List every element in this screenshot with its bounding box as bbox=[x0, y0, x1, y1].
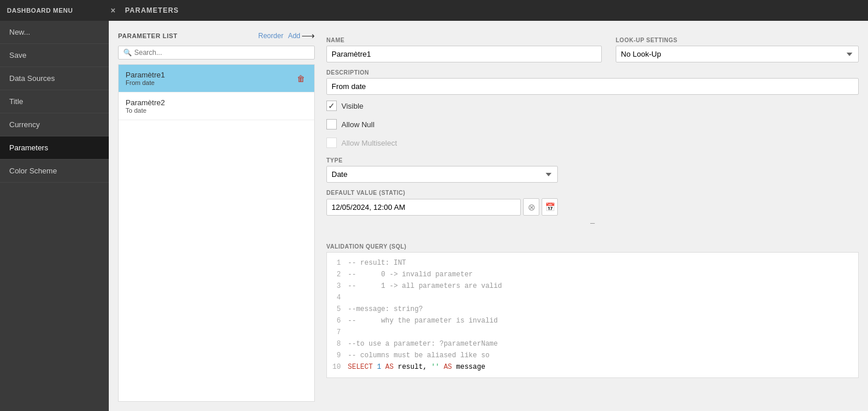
allow-multiselect-row: Allow Multiselect bbox=[326, 138, 859, 148]
parameter-form: NAME LOOK-UP SETTINGS No Look-Up Custom … bbox=[315, 30, 859, 402]
dashboard-menu-label: DASHBOARD MENU × bbox=[7, 6, 116, 15]
parameters-panel: PARAMETER LIST Reorder Add ⟶ 🔍 Paramètre… bbox=[109, 21, 868, 411]
sql-line-10: 10 SELECT 1 AS result, '' AS message bbox=[327, 361, 858, 373]
default-value-label: DEFAULT VALUE (STATIC) bbox=[326, 190, 859, 196]
datetime-row: ⊗ 📅 bbox=[326, 198, 558, 216]
sql-line-7: 7 bbox=[327, 327, 858, 338]
type-select[interactable]: Date String Integer Decimal Boolean bbox=[326, 166, 558, 183]
sql-editor[interactable]: 1 -- result: INT 2 -- 0 -> invalid param… bbox=[326, 252, 859, 378]
parameter-list-section: PARAMETER LIST Reorder Add ⟶ 🔍 Paramètre… bbox=[118, 30, 315, 402]
name-lookup-row: NAME LOOK-UP SETTINGS No Look-Up Custom … bbox=[326, 30, 859, 62]
visible-row: ✓ Visible bbox=[326, 101, 859, 111]
dash-divider: – bbox=[326, 218, 859, 227]
description-label: DESCRIPTION bbox=[326, 69, 859, 76]
sidebar-item-title[interactable]: Title bbox=[0, 90, 109, 113]
allow-multiselect-checkbox bbox=[326, 138, 337, 148]
name-label: NAME bbox=[326, 37, 602, 43]
reorder-button[interactable]: Reorder bbox=[258, 32, 283, 40]
description-input[interactable] bbox=[326, 78, 859, 95]
lookup-select[interactable]: No Look-Up Custom List Query bbox=[616, 46, 859, 62]
clear-datetime-button[interactable]: ⊗ bbox=[523, 198, 539, 216]
search-input[interactable] bbox=[134, 49, 310, 57]
sidebar: New... Save Data Sources Title Currency … bbox=[0, 21, 109, 411]
sql-line-1: 1 -- result: INT bbox=[327, 257, 858, 269]
param-item-1[interactable]: Paramètre1 From date 🗑 bbox=[119, 65, 314, 92]
search-box[interactable]: 🔍 bbox=[118, 46, 315, 60]
dashboard-menu-title: DASHBOARD MENU bbox=[7, 7, 73, 14]
sidebar-item-data-sources[interactable]: Data Sources bbox=[0, 67, 109, 90]
param-item-2-info: Paramètre2 To date bbox=[126, 98, 165, 114]
sql-line-8: 8 --to use a parameter: ?parameterName bbox=[327, 338, 858, 350]
allow-null-row: Allow Null bbox=[326, 119, 859, 129]
validation-query-section: VALIDATION QUERY (SQL) 1 -- result: INT … bbox=[326, 236, 859, 378]
page-title: PARAMETERS bbox=[116, 6, 861, 14]
arrow-icon: ⟶ bbox=[301, 30, 315, 41]
visible-label: Visible bbox=[341, 102, 363, 110]
sidebar-item-parameters[interactable]: Parameters bbox=[0, 136, 109, 160]
param-item-2[interactable]: Paramètre2 To date bbox=[119, 92, 314, 120]
sql-line-5: 5 --message: string? bbox=[327, 303, 858, 315]
calendar-button[interactable]: 📅 bbox=[542, 198, 558, 216]
validation-query-label: VALIDATION QUERY (SQL) bbox=[326, 243, 859, 250]
param-item-2-name: Paramètre2 bbox=[126, 98, 165, 107]
top-bar: DASHBOARD MENU × PARAMETERS bbox=[0, 0, 868, 21]
allow-null-checkbox[interactable] bbox=[326, 119, 337, 129]
main-layout: New... Save Data Sources Title Currency … bbox=[0, 21, 868, 411]
param-list-header: PARAMETER LIST Reorder Add ⟶ bbox=[118, 30, 315, 41]
param-item-2-sub: To date bbox=[126, 107, 165, 114]
search-icon: 🔍 bbox=[123, 49, 132, 57]
allow-multiselect-label: Allow Multiselect bbox=[341, 139, 397, 147]
delete-param-1-button[interactable]: 🗑 bbox=[295, 73, 307, 84]
parameter-list: Paramètre1 From date 🗑 Paramètre2 To dat… bbox=[118, 64, 315, 402]
lookup-section: LOOK-UP SETTINGS No Look-Up Custom List … bbox=[616, 30, 859, 62]
param-list-title: PARAMETER LIST bbox=[118, 32, 253, 39]
param-item-1-sub: From date bbox=[126, 79, 165, 86]
param-item-1-info: Paramètre1 From date bbox=[126, 71, 165, 86]
sidebar-item-color-scheme[interactable]: Color Scheme bbox=[0, 160, 109, 183]
lookup-label: LOOK-UP SETTINGS bbox=[616, 37, 859, 43]
allow-null-label: Allow Null bbox=[341, 120, 374, 129]
sql-line-3: 3 -- 1 -> all parameters are valid bbox=[327, 280, 858, 292]
type-label: TYPE bbox=[326, 157, 859, 164]
sidebar-item-currency[interactable]: Currency bbox=[0, 113, 109, 136]
sidebar-item-save[interactable]: Save bbox=[0, 44, 109, 67]
checkmark-icon: ✓ bbox=[328, 102, 335, 110]
sql-line-6: 6 -- why the parameter is invalid bbox=[327, 315, 858, 327]
sidebar-item-new[interactable]: New... bbox=[0, 21, 109, 44]
name-input[interactable] bbox=[326, 46, 602, 62]
sql-line-9: 9 -- columns must be aliased like so bbox=[327, 350, 858, 361]
add-button[interactable]: Add bbox=[288, 32, 300, 40]
close-icon[interactable]: × bbox=[111, 6, 116, 15]
param-item-1-name: Paramètre1 bbox=[126, 71, 165, 79]
sql-line-2: 2 -- 0 -> invalid parameter bbox=[327, 269, 858, 280]
default-value-input[interactable] bbox=[326, 199, 521, 216]
visible-checkbox[interactable]: ✓ bbox=[326, 101, 337, 111]
sql-line-4: 4 bbox=[327, 292, 858, 303]
name-section: NAME bbox=[326, 30, 602, 62]
add-button-container: Add ⟶ bbox=[288, 30, 315, 41]
content-area: PARAMETER LIST Reorder Add ⟶ 🔍 Paramètre… bbox=[109, 21, 868, 411]
